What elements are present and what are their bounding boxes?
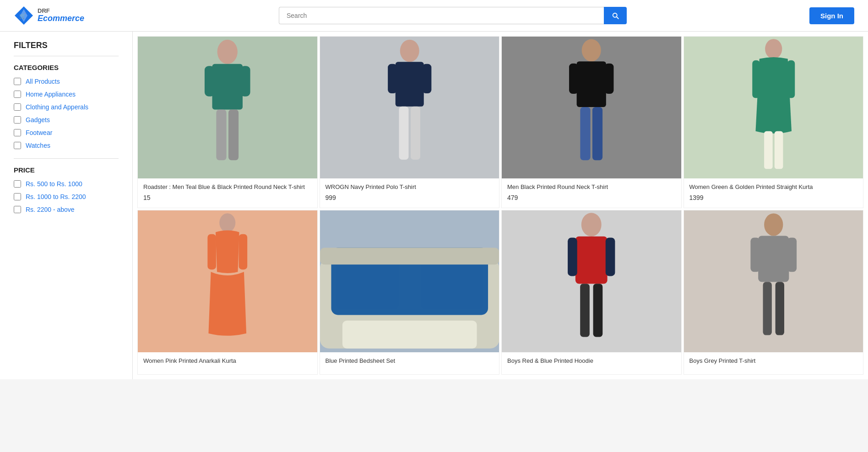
svg-rect-44 (787, 238, 797, 272)
svg-rect-43 (750, 238, 760, 272)
product-price-1: 15 (143, 194, 312, 201)
category-checkbox-0[interactable] (14, 78, 21, 85)
product-card-7[interactable]: Boys Red & Blue Printed Hoodie (501, 210, 682, 375)
category-label-4: Footwear (26, 129, 52, 136)
sidebar-divider (14, 158, 119, 159)
product-card-6[interactable]: Blue Printed Bedsheet Set (320, 210, 500, 375)
product-card-4[interactable]: Women Green & Golden Printed Straight Ku… (684, 36, 864, 208)
svg-point-35 (581, 213, 602, 237)
category-item-1[interactable]: Home Appliances (14, 91, 119, 98)
category-checkbox-3[interactable] (14, 116, 21, 124)
svg-rect-13 (399, 107, 408, 160)
category-checkbox-5[interactable] (14, 142, 21, 149)
sign-in-button[interactable]: Sign In (809, 7, 854, 24)
svg-rect-8 (228, 109, 239, 160)
product-image-3 (502, 37, 681, 178)
product-info-8: Boys Grey Printed T-shirt (684, 352, 863, 374)
sidebar: FILTERS CATEGORIES All ProductsHome Appl… (0, 32, 133, 379)
product-info-7: Boys Red & Blue Printed Hoodie (502, 352, 681, 374)
logo-icon: 🛒 (14, 5, 34, 26)
product-image-7 (502, 210, 681, 352)
svg-rect-17 (569, 64, 578, 94)
logo-text: DRF Ecommerce (38, 8, 84, 23)
product-card-5[interactable]: Women Pink Printed Anarkali Kurta (137, 210, 318, 375)
svg-rect-4 (212, 64, 243, 110)
category-label-3: Gadgets (26, 116, 50, 124)
product-price-2: 999 (326, 194, 494, 201)
svg-point-15 (582, 39, 601, 62)
categories-section: CATEGORIES All ProductsHome AppliancesCl… (14, 64, 119, 149)
product-info-3: Men Black Printed Round Neck T-shirt479 (502, 178, 681, 208)
product-info-6: Blue Printed Bedsheet Set (320, 352, 499, 374)
category-checkbox-2[interactable] (14, 103, 21, 111)
categories-title: CATEGORIES (14, 64, 119, 71)
svg-rect-6 (240, 66, 250, 96)
price-item-0[interactable]: Rs. 500 to Rs. 1000 (14, 180, 119, 188)
category-item-4[interactable]: Footwear (14, 129, 119, 136)
product-info-1: Roadster : Men Teal Blue & Black Printed… (138, 178, 317, 208)
price-label-0: Rs. 500 to Rs. 1000 (26, 180, 82, 188)
category-checkbox-4[interactable] (14, 129, 21, 136)
svg-rect-19 (580, 107, 590, 160)
product-price-3: 479 (507, 194, 676, 201)
product-info-2: WROGN Navy Printed Polo T-shirt999 (320, 178, 499, 208)
svg-rect-45 (763, 282, 771, 335)
category-label-2: Clothing and Apperals (26, 103, 88, 111)
price-item-1[interactable]: Rs. 1000 to Rs. 2200 (14, 193, 119, 200)
category-label-0: All Products (26, 78, 60, 85)
svg-point-26 (219, 213, 235, 232)
svg-rect-27 (207, 234, 216, 270)
svg-rect-11 (388, 64, 397, 93)
search-input[interactable] (279, 7, 604, 24)
product-image-5 (138, 210, 317, 352)
category-item-2[interactable]: Clothing and Apperals (14, 103, 119, 111)
product-title-7: Boys Red & Blue Printed Hoodie (507, 357, 676, 365)
svg-rect-25 (774, 131, 783, 169)
svg-rect-7 (216, 109, 226, 160)
logo-drf: DRF (38, 8, 84, 14)
product-card-2[interactable]: WROGN Navy Printed Polo T-shirt999 (320, 36, 500, 208)
price-item-2[interactable]: Rs. 2200 - above (14, 206, 119, 213)
price-label-2: Rs. 2200 - above (26, 206, 75, 213)
product-card-8[interactable]: Boys Grey Printed T-shirt (684, 210, 864, 375)
product-info-5: Women Pink Printed Anarkali Kurta (138, 352, 317, 374)
svg-rect-22 (752, 60, 760, 98)
svg-rect-46 (775, 282, 784, 335)
category-item-0[interactable]: All Products (14, 78, 119, 85)
product-title-2: WROGN Navy Printed Polo T-shirt (326, 183, 494, 191)
product-info-4: Women Green & Golden Printed Straight Ku… (684, 178, 863, 208)
price-checkbox-2[interactable] (14, 206, 21, 213)
logo-area: 🛒 DRF Ecommerce (14, 5, 96, 26)
category-item-3[interactable]: Gadgets (14, 116, 119, 124)
product-image-4 (684, 37, 863, 178)
header: 🛒 DRF Ecommerce Sign In (0, 0, 868, 32)
product-title-3: Men Black Printed Round Neck T-shirt (507, 183, 676, 191)
svg-rect-20 (592, 107, 602, 160)
price-checkbox-0[interactable] (14, 180, 21, 188)
price-checkbox-1[interactable] (14, 193, 21, 200)
svg-rect-39 (580, 284, 590, 337)
svg-rect-16 (577, 61, 606, 107)
svg-rect-38 (606, 238, 615, 276)
svg-rect-18 (605, 64, 614, 94)
product-image-2 (320, 37, 499, 178)
product-card-3[interactable]: Men Black Printed Round Neck T-shirt479 (501, 36, 682, 208)
svg-rect-33 (342, 321, 477, 349)
product-title-4: Women Green & Golden Printed Straight Ku… (689, 183, 858, 191)
product-card-1[interactable]: Roadster : Men Teal Blue & Black Printed… (137, 36, 318, 208)
category-item-5[interactable]: Watches (14, 142, 119, 149)
svg-rect-23 (787, 60, 795, 98)
svg-rect-14 (410, 107, 420, 160)
svg-rect-10 (395, 62, 423, 106)
svg-rect-28 (239, 234, 248, 270)
filters-title: FILTERS (14, 41, 119, 56)
price-section: PRICE Rs. 500 to Rs. 1000Rs. 1000 to Rs.… (14, 166, 119, 213)
svg-rect-40 (593, 284, 603, 337)
products-area: Roadster : Men Teal Blue & Black Printed… (133, 32, 868, 379)
search-button[interactable] (604, 7, 627, 24)
categories-list: All ProductsHome AppliancesClothing and … (14, 78, 119, 149)
logo-ecommerce: Ecommerce (38, 14, 84, 23)
product-image-8 (684, 210, 863, 352)
category-checkbox-1[interactable] (14, 91, 21, 98)
product-title-6: Blue Printed Bedsheet Set (326, 357, 494, 365)
